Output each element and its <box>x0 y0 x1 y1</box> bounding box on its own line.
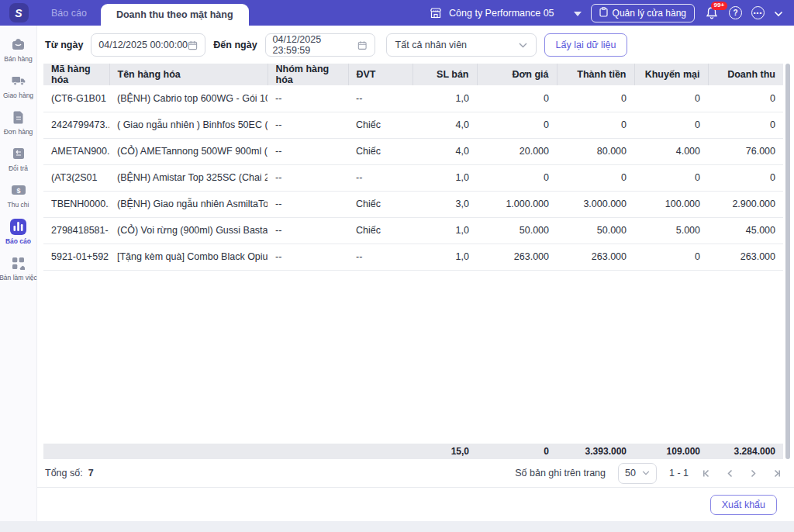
table-cell: 1.000.000 <box>477 191 557 217</box>
sidebar-item-label: Đơn hàng <box>4 128 33 136</box>
table-row[interactable]: AMETAN900...(CỎ) AMETannong 500WF 900ml … <box>43 138 783 164</box>
first-page-button[interactable] <box>701 468 712 478</box>
table-row[interactable]: 2424799473...( Giao ngẫu nhiên ) Binhfos… <box>43 112 783 138</box>
filter-bar: Từ ngày 04/12/2025 00:00:00 Đến ngày 04/… <box>37 26 794 64</box>
table-cell: -- <box>268 191 348 217</box>
export-bar: Xuất khẩu <box>37 487 794 521</box>
column-header: Doanh thu <box>708 64 783 85</box>
last-page-button[interactable] <box>771 468 782 478</box>
notifications-button[interactable]: 99+ <box>704 5 720 21</box>
per-page-label: Số bản ghi trên trang <box>515 468 606 478</box>
column-header: Tên hàng hóa <box>109 64 268 85</box>
sidebar-item-label: Đổi trả <box>9 164 28 172</box>
calendar-icon <box>357 40 367 50</box>
column-header: Khuyến mại <box>634 64 708 85</box>
totals-cell: 3.284.000 <box>708 444 783 459</box>
totals-row: 15,003.393.000109.0003.284.000 <box>43 444 783 459</box>
sidebar-item-ban-hang[interactable]: Bán hàng <box>0 31 36 67</box>
sidebar-item-thu-chi[interactable]: $ Thu chi <box>0 177 36 213</box>
table-cell: -- <box>268 85 348 112</box>
table-cell: 0 <box>557 164 634 191</box>
tab-doanh-thu-theo-mat-hang[interactable]: Doanh thu theo mặt hàng <box>101 4 249 26</box>
sidebar-item-bao-cao[interactable]: Báo cáo <box>0 213 36 250</box>
table-cell: -- <box>268 138 348 164</box>
notification-badge: 99+ <box>711 2 727 10</box>
table-cell: 1,0 <box>413 164 477 191</box>
table-cell: 45.000 <box>708 217 783 244</box>
table-row[interactable]: 2798418581-...(CỎ) Voi rừng (900ml) Guss… <box>43 217 783 244</box>
column-header: SL bán <box>413 64 477 85</box>
more-options-button[interactable]: ••• <box>751 6 765 19</box>
totals-cell <box>348 444 413 459</box>
column-header: ĐVT <box>348 64 413 85</box>
workspace-icon <box>10 255 26 271</box>
table-cell: -- <box>348 164 413 191</box>
staff-filter-select[interactable]: Tất cả nhân viên <box>386 33 537 57</box>
column-header: Mã hàng hóa <box>43 64 109 85</box>
help-button[interactable]: ? <box>729 6 742 19</box>
table-row[interactable]: TBENH0000...(BỆNH) Giao ngẫu nhiên Asmil… <box>43 191 783 217</box>
svg-text:$: $ <box>16 187 20 195</box>
table-cell: Chiếc <box>348 217 413 244</box>
totals-cell: 109.000 <box>634 444 708 459</box>
previous-page-button[interactable] <box>724 468 735 478</box>
clipboard-icon <box>599 7 608 19</box>
store-manager-button[interactable]: Quản lý cửa hàng <box>591 4 695 22</box>
app-logo[interactable]: S <box>0 0 37 26</box>
column-header: Nhóm hàng hóa <box>268 64 348 85</box>
from-date-label: Từ ngày <box>45 40 83 50</box>
main-content: Từ ngày 04/12/2025 00:00:00 Đến ngày 04/… <box>37 26 794 521</box>
table-cell: -- <box>268 217 348 244</box>
table-cell: 1,0 <box>413 217 477 244</box>
sidebar-item-doi-tra[interactable]: Đổi trả <box>0 140 36 177</box>
staff-filter-value: Tất cả nhân viên <box>395 40 467 50</box>
total-records-value: 7 <box>88 468 94 478</box>
table-cell: -- <box>268 112 348 138</box>
table-cell: 50.000 <box>557 217 634 244</box>
next-page-button[interactable] <box>747 468 758 478</box>
table-cell: ( Giao ngẫu nhiên ) Binhfos 50EC (Vu... <box>109 112 268 138</box>
totals-cell <box>109 444 268 459</box>
table-row[interactable]: (AT3(2S01(BỆNH) Amistar Top 325SC (Chai … <box>43 164 783 191</box>
table-cell: 0 <box>708 112 783 138</box>
table-cell: 0 <box>708 164 783 191</box>
tab-bao-cao[interactable]: Báo cáo <box>37 0 101 26</box>
table-body: (CT6-G1B01(BỆNH) Cabrio top 600WG - Gói … <box>43 85 783 270</box>
table-row[interactable]: (CT6-G1B01(BỆNH) Cabrio top 600WG - Gói … <box>43 85 783 112</box>
export-button[interactable]: Xuất khẩu <box>710 495 777 515</box>
table-cell: (BỆNH) Cabrio top 600WG - Gói 100gr... <box>109 85 268 112</box>
column-header: Thành tiền <box>557 64 634 85</box>
chart-icon <box>10 219 26 235</box>
to-date-label: Đến ngày <box>213 40 257 50</box>
company-selector[interactable]: Công ty Performance 05 <box>427 5 582 21</box>
table-cell: 263.000 <box>477 244 557 270</box>
table-cell: 20.000 <box>477 138 557 164</box>
sidebar-item-label: Báo cáo <box>5 237 31 245</box>
table-cell: 0 <box>634 164 708 191</box>
to-date-input[interactable]: 04/12/2025 23:59:59 <box>265 33 375 57</box>
table-wrap: Mã hàng hóaTên hàng hóaNhóm hàng hóaĐVTS… <box>43 64 783 459</box>
per-page-select[interactable]: 50 <box>618 463 657 484</box>
table-cell: (AT3(2S01 <box>43 164 109 191</box>
table-cell: 263.000 <box>557 244 634 270</box>
table-cell: 0 <box>634 85 708 112</box>
sidebar-item-don-hang[interactable]: Đơn hàng <box>0 104 36 140</box>
chevron-down-icon <box>519 43 527 48</box>
sidebar: Bán hàng Giao hàng Đơn hàng Đổi trả <box>0 26 37 521</box>
table-row[interactable]: 5921-01+592...[Tặng kèm quà] Combo Black… <box>43 244 783 270</box>
calendar-icon <box>188 40 198 50</box>
topbar-chevron-down-icon[interactable] <box>774 6 783 20</box>
vertical-scrollbar[interactable] <box>785 64 790 459</box>
table-cell: 0 <box>477 112 557 138</box>
table-cell: -- <box>268 164 348 191</box>
table-cell: Chiếc <box>348 112 413 138</box>
totals-cell: 0 <box>477 444 557 459</box>
pagination-bar: Tổng số: 7 Số bản ghi trên trang 50 1 - … <box>37 459 794 487</box>
table-cell: 0 <box>634 244 708 270</box>
reload-data-button[interactable]: Lấy lại dữ liệu <box>544 33 628 57</box>
from-date-input[interactable]: 04/12/2025 00:00:00 <box>91 33 205 57</box>
table-cell: 4,0 <box>413 138 477 164</box>
sidebar-item-ban-lam-viec[interactable]: Bàn làm việc <box>0 250 36 286</box>
sidebar-item-giao-hang[interactable]: Giao hàng <box>0 67 36 104</box>
sidebar-item-label: Bán hàng <box>4 55 32 63</box>
